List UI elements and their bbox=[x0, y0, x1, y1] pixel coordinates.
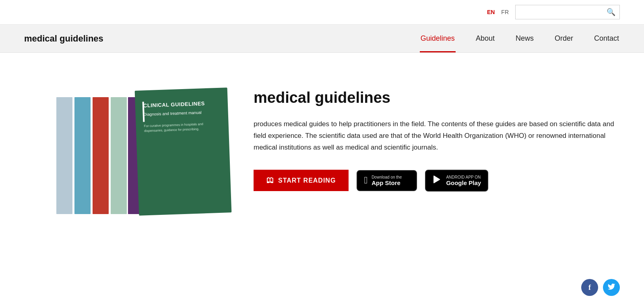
nav-link-guidelines[interactable]: Guidelines bbox=[420, 25, 456, 52]
search-box: 🔍 bbox=[515, 5, 620, 19]
nav-item-order[interactable]: Order bbox=[554, 25, 574, 52]
right-content: medical guidelines produces medical guid… bbox=[254, 77, 620, 191]
nav-item-contact[interactable]: Contact bbox=[593, 25, 620, 52]
appstore-text: Download on the App Store bbox=[372, 175, 402, 186]
book-subtitle: Diagnosis and treatment manual bbox=[143, 109, 220, 118]
navbar: medical guidelines Guidelines About News… bbox=[0, 25, 644, 53]
main-content: CLINICAL GUIDELINES Diagnosis and treatm… bbox=[0, 53, 644, 230]
appstore-large-label: App Store bbox=[372, 179, 402, 186]
nav-link-contact[interactable]: Contact bbox=[593, 25, 620, 52]
googleplay-large-label: Google Play bbox=[446, 179, 481, 186]
book-description: For curative programmes in hospitals and… bbox=[144, 121, 221, 134]
nav-item-news[interactable]: News bbox=[515, 25, 535, 52]
appstore-small-label: Download on the bbox=[372, 175, 402, 179]
nav-links: Guidelines About News Order Contact bbox=[420, 25, 620, 52]
book-stack: CLINICAL GUIDELINES Diagnosis and treatm… bbox=[52, 85, 229, 214]
search-input[interactable] bbox=[520, 9, 607, 15]
googleplay-icon bbox=[432, 175, 442, 187]
books-container: CLINICAL GUIDELINES Diagnosis and treatm… bbox=[52, 85, 229, 214]
nav-item-about[interactable]: About bbox=[475, 25, 495, 52]
nav-link-news[interactable]: News bbox=[515, 25, 535, 52]
apple-icon:  bbox=[364, 175, 367, 186]
site-logo: medical guidelines bbox=[24, 33, 420, 44]
page-description: produces medical guides to help practiti… bbox=[254, 119, 620, 154]
nav-item-guidelines[interactable]: Guidelines bbox=[420, 25, 456, 52]
book-title: CLINICAL GUIDELINES bbox=[143, 100, 220, 110]
search-button[interactable]: 🔍 bbox=[607, 8, 615, 17]
nav-link-order[interactable]: Order bbox=[554, 25, 574, 52]
main-book-cover: CLINICAL GUIDELINES Diagnosis and treatm… bbox=[135, 87, 232, 216]
page-title: medical guidelines bbox=[254, 89, 620, 106]
book-spine-3 bbox=[93, 97, 109, 214]
googleplay-text: ANDROID APP ON Google Play bbox=[446, 175, 481, 186]
cta-row: 🕮 START READING  Download on the App St… bbox=[254, 170, 620, 191]
start-reading-label: START READING bbox=[278, 177, 336, 184]
googleplay-badge[interactable]: ANDROID APP ON Google Play bbox=[425, 170, 488, 191]
book-spine-1 bbox=[56, 97, 72, 214]
book-spine-2 bbox=[74, 97, 91, 214]
lang-en-link[interactable]: EN bbox=[487, 9, 495, 15]
googleplay-small-label: ANDROID APP ON bbox=[446, 175, 481, 179]
top-bar: EN FR 🔍 bbox=[0, 0, 644, 25]
appstore-badge[interactable]:  Download on the App Store bbox=[357, 170, 417, 191]
start-reading-button[interactable]: 🕮 START READING bbox=[254, 170, 349, 191]
book-icon: 🕮 bbox=[266, 176, 274, 185]
lang-fr-link[interactable]: FR bbox=[501, 9, 509, 15]
book-spine-4 bbox=[111, 97, 127, 214]
nav-link-about[interactable]: About bbox=[475, 25, 495, 52]
